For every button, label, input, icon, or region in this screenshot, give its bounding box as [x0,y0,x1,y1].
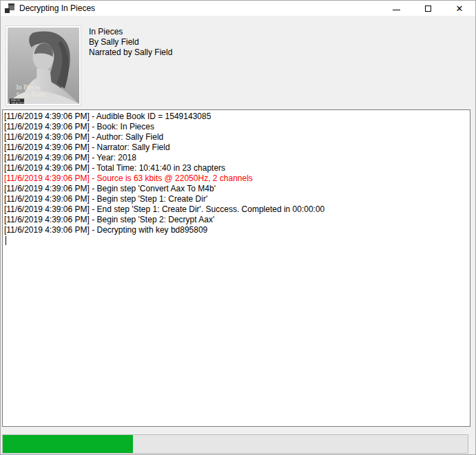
cover-badge-line2: THE AUTHOR [11,102,25,104]
log-caret-line [4,235,468,246]
log-line: [11/6/2019 4:39:06 PM] - Author: Sally F… [4,132,468,142]
cover-author-text: Sally Field [17,91,45,98]
book-meta: In Pieces By Sally Field Narrated by Sal… [89,27,172,58]
close-icon: ✕ [456,4,464,13]
minimize-icon [393,10,400,10]
log-line: [11/6/2019 4:39:06 PM] - Begin step 'Con… [4,184,468,194]
cover-title-text: In Pieces [17,83,41,91]
close-button[interactable]: ✕ [444,1,475,16]
log-line: [11/6/2019 4:39:06 PM] - Year: 2018 [4,153,468,163]
log-line: [11/6/2019 4:39:06 PM] - End step 'Step … [4,204,468,215]
log-lines: [11/6/2019 4:39:06 PM] - Audible Book ID… [3,110,470,246]
log-line: [11/6/2019 4:39:06 PM] - Book: In Pieces [4,122,468,132]
maximize-icon [425,6,431,12]
app-window: Decrypting In Pieces ✕ [0,0,476,455]
book-title: In Pieces [89,27,172,37]
book-author: By Sally Field [89,37,172,47]
minimize-button[interactable] [380,1,412,16]
log-line: [11/6/2019 4:39:06 PM] - Audible Book ID… [4,112,468,122]
log-area[interactable]: [11/6/2019 4:39:06 PM] - Audible Book ID… [2,109,470,427]
log-line: [11/6/2019 4:39:06 PM] - Total Time: 10:… [4,163,468,173]
text-caret [6,236,6,245]
log-line: [11/6/2019 4:39:06 PM] - Begin step 'Ste… [4,215,468,225]
progress-bar [2,434,468,454]
progress-bar-fill [3,435,133,453]
title-bar[interactable]: Decrypting In Pieces ✕ [1,1,475,16]
book-header: In Pieces Sally Field READ BY THE AUTHOR… [1,16,475,109]
window-title: Decrypting In Pieces [19,1,95,16]
cover-illustration: In Pieces Sally Field READ BY THE AUTHOR [8,28,79,104]
log-line: [11/6/2019 4:39:06 PM] - Narrator: Sally… [4,142,468,153]
window-controls: ✕ [380,1,475,16]
book-cover-art: In Pieces Sally Field READ BY THE AUTHOR [6,26,81,105]
log-line: [11/6/2019 4:39:06 PM] - Source is 63 kb… [4,173,468,184]
book-narrator: Narrated by Sally Field [89,47,172,58]
log-line: [11/6/2019 4:39:06 PM] - Decrypting with… [4,225,468,235]
log-line: [11/6/2019 4:39:06 PM] - Begin step 'Ste… [4,194,468,204]
app-icon [5,3,14,13]
maximize-button[interactable] [412,1,444,16]
